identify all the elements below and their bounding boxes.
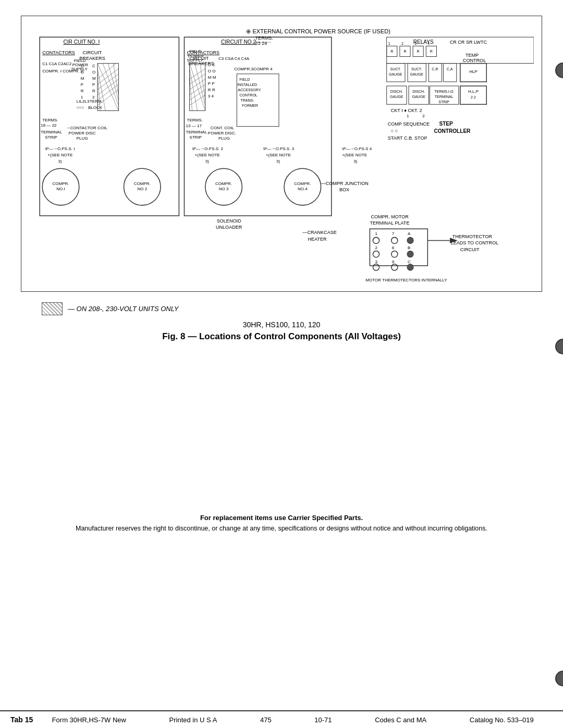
svg-text:LEADS TO CONTROL: LEADS TO CONTROL [451, 240, 498, 245]
svg-text:⊕ EXTERNAL CONTROL POWER SOURC: ⊕ EXTERNAL CONTROL POWER SOURCE (IF USED… [246, 28, 390, 34]
svg-text:7: 7 [392, 231, 395, 236]
svg-text:+(SEE NOTE: +(SEE NOTE [47, 153, 73, 157]
svg-text:P: P [92, 82, 95, 87]
note-manufacturer: Manufacturer reserves the right to disco… [42, 525, 521, 532]
svg-text:TERMS.I-I2: TERMS.I-I2 [434, 90, 454, 93]
svg-text:R: R [92, 89, 95, 93]
svg-text:2: 2 [401, 42, 403, 45]
svg-text:START C.B. STOP: START C.B. STOP [388, 135, 427, 141]
svg-text:GAUGE: GAUGE [410, 72, 423, 76]
svg-text:+(SEE NOTE: +(SEE NOTE [342, 153, 368, 157]
svg-text:LIL2L3: LIL2L3 [77, 99, 90, 104]
svg-text:C: C [92, 64, 95, 68]
svg-text:POWER DISC.: POWER DISC. [208, 131, 236, 135]
svg-text:HLP: HLP [469, 69, 478, 74]
svg-text:1: 1 [388, 42, 390, 45]
note-replacement: For replacement items use Carrier Specif… [42, 514, 521, 522]
svg-text:CIRCUIT: CIRCUIT [83, 50, 102, 55]
figure-caption: Fig. 8 — Locations of Control Components… [21, 331, 542, 342]
svg-text:4: 4 [427, 42, 430, 45]
svg-text:FORMER: FORMER [242, 104, 258, 107]
footer-page-number: 475 [260, 716, 272, 724]
svg-text:R: R [430, 50, 433, 53]
svg-text:8: 8 [392, 245, 395, 250]
svg-text:3): 3) [353, 159, 357, 164]
svg-text:DISCH.: DISCH. [390, 90, 403, 93]
svg-text:\P—→O.PS.S. I: \P—→O.PS.S. I [45, 146, 75, 151]
svg-text:STRIP: STRIP [190, 135, 202, 140]
svg-text:SUPPLY: SUPPLY [187, 58, 204, 63]
svg-text:13 — 17: 13 — 17 [186, 124, 202, 128]
svg-text:STEP: STEP [439, 121, 453, 127]
svg-text:COMPR. MOTOR: COMPR. MOTOR [371, 214, 409, 219]
svg-text:SOLENOID: SOLENOID [217, 218, 241, 224]
main-diagram: ⊕ EXTERNAL CONTROL POWER SOURCE (IF USED… [21, 16, 542, 292]
svg-text:CIRCUIT NO.2: CIRCUIT NO.2 [221, 39, 256, 45]
svg-text:MOTOR THERMOTECTORS  INTERNALL: MOTOR THERMOTECTORS INTERNALLY [365, 278, 447, 281]
svg-point-181 [407, 237, 413, 243]
svg-text:C,R: C,R [432, 67, 438, 71]
svg-text:○         ○: ○ ○ [391, 128, 398, 133]
svg-text:BOX: BOX [339, 187, 349, 192]
svg-text:1: 1 [407, 114, 409, 118]
svg-text:\P—→O.PS.S 4: \P—→O.PS.S 4 [342, 146, 372, 151]
footer-printed: Printed in U S A [169, 716, 217, 724]
svg-text:TEMP: TEMP [466, 53, 479, 58]
svg-text:SUCT.: SUCT. [390, 67, 401, 71]
svg-text:COMPR.3COMPR 4: COMPR.3COMPR 4 [234, 67, 273, 71]
footer-tab: Tab 15 [10, 715, 33, 724]
svg-text:COMPR.: COMPR. [294, 181, 311, 186]
svg-text:PLUG: PLUG [77, 136, 88, 141]
svg-text:COMP SEQUENCE: COMP SEQUENCE [388, 121, 430, 127]
svg-text:TERMS.: TERMS. [255, 35, 273, 41]
svg-text:+(SEE NOTE: +(SEE NOTE [266, 153, 291, 157]
svg-text:GAUGE: GAUGE [389, 72, 402, 76]
bottom-notes: For replacement items use Carrier Specif… [21, 509, 542, 540]
svg-point-187 [407, 251, 413, 257]
svg-text:ACCESSORY: ACCESSORY [238, 88, 261, 92]
circuit-diagram-svg: ⊕ EXTERNAL CONTROL POWER SOURCE (IF USED… [29, 24, 534, 281]
svg-text:PLUG: PLUG [218, 136, 230, 141]
svg-text:3): 3) [205, 159, 209, 164]
svg-text:STRIP: STRIP [438, 100, 449, 104]
svg-text:TERMINAL: TERMINAL [41, 130, 62, 134]
svg-text:CONTROL: CONTROL [463, 58, 486, 63]
svg-text:POWER DISC: POWER DISC [69, 131, 96, 135]
svg-text:HEATER: HEATER [308, 237, 327, 242]
svg-text:COMPR.: COMPR. [134, 181, 151, 186]
svg-text:TERMS.: TERMS. [187, 118, 203, 122]
svg-text:COMPR.: COMPR. [52, 181, 69, 186]
footer-catalog: Catalog No. 533–019 [470, 716, 534, 724]
legend-pattern-box [42, 302, 63, 315]
svg-text:C C: C C [208, 63, 215, 67]
svg-text:\P—→O.PS.S. 2: \P—→O.PS.S. 2 [192, 146, 224, 151]
main-content: ⊕ EXTERNAL CONTROL POWER SOURCE (IF USED… [0, 0, 563, 710]
svg-text:C1 C1A C2AC2: C1 C1A C2AC2 [42, 61, 71, 66]
svg-text:M M: M M [208, 75, 216, 80]
svg-text:P P: P P [208, 81, 215, 86]
svg-text:○○○: ○○○ [77, 105, 84, 110]
svg-text:SUCT.: SUCT. [411, 67, 422, 71]
svg-text:CONTACTORS: CONTACTORS [42, 50, 75, 55]
svg-text:18 — 22: 18 — 22 [41, 123, 57, 128]
svg-text:O: O [92, 70, 95, 75]
svg-text:TRANS-: TRANS- [240, 98, 254, 102]
svg-text:TERMINAL PLATE: TERMINAL PLATE [370, 220, 409, 226]
footer-codes: Codes C and MA [375, 716, 426, 724]
svg-text:CONTROL: CONTROL [239, 93, 258, 97]
svg-text:3 4: 3 4 [208, 94, 214, 98]
svg-text:FIELD: FIELD [239, 78, 250, 81]
svg-text:R R: R R [208, 88, 215, 92]
svg-text:M: M [81, 76, 84, 81]
svg-text:→CONTACTOR COIL: →CONTACTOR COIL [66, 126, 108, 130]
svg-text:NO.I: NO.I [56, 187, 65, 191]
svg-text:C3 CSA C4 C4A: C3 CSA C4 C4A [218, 56, 250, 61]
svg-text:23  24: 23 24 [255, 41, 267, 46]
svg-text:A: A [408, 231, 411, 236]
svg-text:C,A: C,A [447, 67, 453, 71]
spacer [21, 352, 542, 509]
svg-text:COMPR.: COMPR. [215, 181, 232, 186]
svg-text:UNLOADER: UNLOADER [216, 225, 242, 230]
svg-text:3): 3) [58, 159, 62, 164]
svg-text:INSTALLED: INSTALLED [237, 83, 257, 87]
